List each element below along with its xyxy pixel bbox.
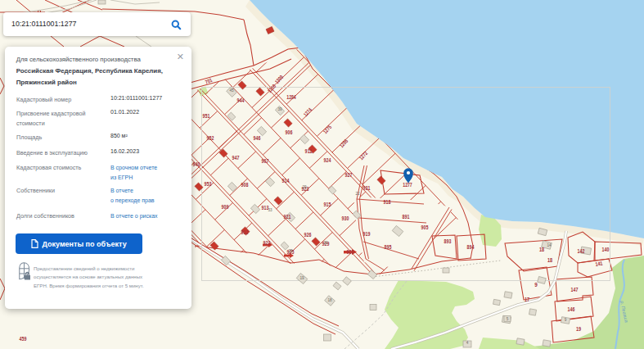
svg-text:1284: 1284 <box>286 94 296 100</box>
svg-text:912: 912 <box>241 229 249 235</box>
svg-text:940: 940 <box>193 161 200 167</box>
svg-text:921: 921 <box>284 214 291 220</box>
svg-text:22: 22 <box>355 192 360 196</box>
svg-text:1277: 1277 <box>403 182 412 188</box>
svg-text:20: 20 <box>323 241 328 245</box>
svg-text:926: 926 <box>304 232 312 238</box>
svg-text:891: 891 <box>403 214 410 220</box>
svg-text:905: 905 <box>421 224 429 230</box>
svg-text:142: 142 <box>578 248 585 254</box>
svg-text:895: 895 <box>385 244 392 250</box>
svg-text:911: 911 <box>305 148 313 154</box>
svg-text:927: 927 <box>345 172 353 178</box>
svg-text:906: 906 <box>286 129 293 135</box>
svg-text:29: 29 <box>302 185 307 189</box>
svg-text:146: 146 <box>568 306 575 312</box>
svg-text:915: 915 <box>324 202 331 207</box>
svg-text:33: 33 <box>268 208 272 212</box>
svg-text:459: 459 <box>20 336 27 342</box>
svg-text:18: 18 <box>327 298 332 302</box>
svg-text:18: 18 <box>539 247 544 252</box>
svg-text:17: 17 <box>525 297 529 302</box>
svg-text:953: 953 <box>205 181 212 187</box>
svg-text:947: 947 <box>232 155 240 161</box>
svg-text:908: 908 <box>241 182 249 188</box>
svg-text:914: 914 <box>282 178 290 184</box>
svg-text:19: 19 <box>576 326 581 332</box>
svg-text:147: 147 <box>571 287 579 292</box>
svg-text:951: 951 <box>203 113 210 119</box>
svg-text:946: 946 <box>254 135 261 141</box>
svg-text:894: 894 <box>467 244 475 250</box>
svg-text:4: 4 <box>466 341 469 345</box>
svg-text:893: 893 <box>444 238 452 244</box>
svg-text:45: 45 <box>229 88 234 93</box>
svg-text:39: 39 <box>277 107 282 111</box>
svg-text:140: 140 <box>602 247 610 252</box>
svg-text:924: 924 <box>324 157 331 163</box>
svg-text:18: 18 <box>547 257 552 263</box>
svg-text:918: 918 <box>384 199 391 205</box>
svg-text:19: 19 <box>299 276 304 280</box>
svg-text:5: 5 <box>507 317 509 321</box>
svg-text:919: 919 <box>363 231 371 237</box>
svg-text:14: 14 <box>547 243 552 247</box>
svg-text:930: 930 <box>342 215 349 221</box>
svg-text:944: 944 <box>237 97 245 103</box>
svg-text:909: 909 <box>222 204 229 210</box>
svg-text:907: 907 <box>262 158 269 164</box>
svg-text:9: 9 <box>565 318 567 322</box>
svg-text:25: 25 <box>288 249 293 253</box>
svg-text:920: 920 <box>347 249 354 255</box>
svg-text:9: 9 <box>534 282 538 288</box>
svg-text:922: 922 <box>263 240 271 246</box>
svg-text:952: 952 <box>207 135 214 141</box>
svg-text:931: 931 <box>363 185 371 191</box>
